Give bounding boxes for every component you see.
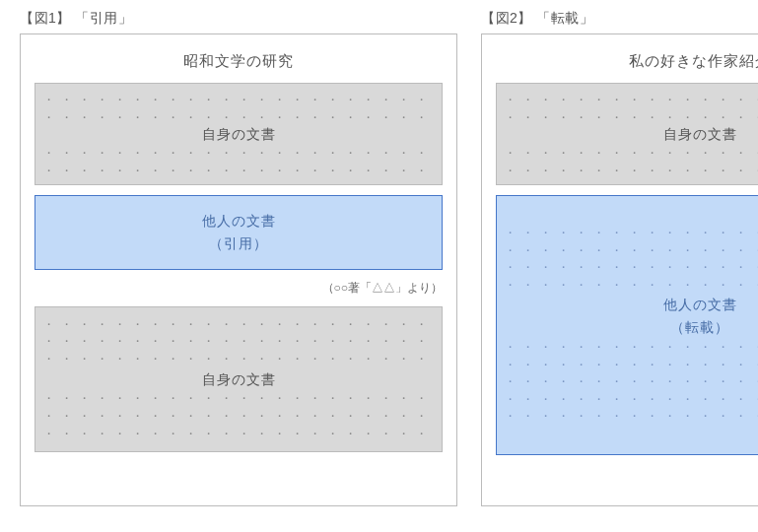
figure-1-title: 昭和文学の研究	[34, 52, 443, 71]
figure-1-panel: 昭和文学の研究 ・・・・・・・・・・・・・・・・・・・・・・ ・・・・・・・・・…	[20, 33, 457, 506]
figure-2-label: 【図2】 「転載」	[481, 10, 758, 28]
block-label: 自身の文書	[505, 125, 758, 144]
figure-1-label: 【図1】 「引用」	[20, 10, 457, 28]
block-sublabel: （転載）	[505, 318, 758, 337]
diagram-container: 【図1】 「引用」 昭和文学の研究 ・・・・・・・・・・・・・・・・・・・・・・…	[20, 10, 738, 506]
figure-1: 【図1】 「引用」 昭和文学の研究 ・・・・・・・・・・・・・・・・・・・・・・…	[20, 10, 457, 506]
dots: ・・・・・・・・・・・・・・・・・・・・・・ ・・・・・・・・・・・・・・・・・…	[505, 225, 758, 294]
dots: ・・・・・・・・・・・・・・・・・・・・・・ ・・・・・・・・・・・・・・・・・…	[505, 339, 758, 426]
figure-2: 【図2】 「転載」 私の好きな作家紹介 ・・・・・・・・・・・・・・・・・・・・…	[481, 10, 758, 506]
own-document-block: ・・・・・・・・・・・・・・・・・・・・・・ ・・・・・・・・・・・・・・・・・…	[34, 83, 443, 185]
dots: ・・・・・・・・・・・・・・・・・・・・・・ ・・・・・・・・・・・・・・・・・…	[505, 92, 758, 123]
dots: ・・・・・・・・・・・・・・・・・・・・・・ ・・・・・・・・・・・・・・・・・…	[43, 92, 434, 123]
dots: ・・・・・・・・・・・・・・・・・・・・・・ ・・・・・・・・・・・・・・・・・…	[43, 390, 434, 442]
attribution: （○○著「△△」より）	[34, 280, 443, 297]
others-document-reprint-block: ・・・・・・・・・・・・・・・・・・・・・・ ・・・・・・・・・・・・・・・・・…	[496, 195, 758, 455]
block-label: 自身の文書	[43, 125, 434, 144]
dots: ・・・・・・・・・・・・・・・・・・・・・・ ・・・・・・・・・・・・・・・・・…	[505, 145, 758, 176]
others-document-quote-block: ・・・・・・・・・・・・・・・・・・・・・・ 他人の文書 （引用） ・・・・・・…	[34, 195, 443, 270]
own-document-block: ・・・・・・・・・・・・・・・・・・・・・・ ・・・・・・・・・・・・・・・・・…	[496, 83, 758, 185]
dots: ・・・・・・・・・・・・・・・・・・・・・・ ・・・・・・・・・・・・・・・・・…	[43, 145, 434, 176]
dots: ・・・・・・・・・・・・・・・・・・・・・・	[43, 255, 434, 261]
block-label: 他人の文書	[43, 212, 434, 231]
attribution: （○○著「△△」より）	[496, 465, 758, 482]
figure-2-title: 私の好きな作家紹介	[496, 52, 758, 71]
dots: ・・・・・・・・・・・・・・・・・・・・・・	[43, 204, 434, 210]
block-sublabel: （引用）	[43, 234, 434, 253]
block-label: 自身の文書	[43, 370, 434, 389]
dots: ・・・・・・・・・・・・・・・・・・・・・・ ・・・・・・・・・・・・・・・・・…	[43, 316, 434, 368]
own-document-block: ・・・・・・・・・・・・・・・・・・・・・・ ・・・・・・・・・・・・・・・・・…	[34, 306, 443, 452]
block-label: 他人の文書	[505, 296, 758, 314]
figure-2-panel: 私の好きな作家紹介 ・・・・・・・・・・・・・・・・・・・・・・ ・・・・・・・…	[481, 33, 758, 506]
